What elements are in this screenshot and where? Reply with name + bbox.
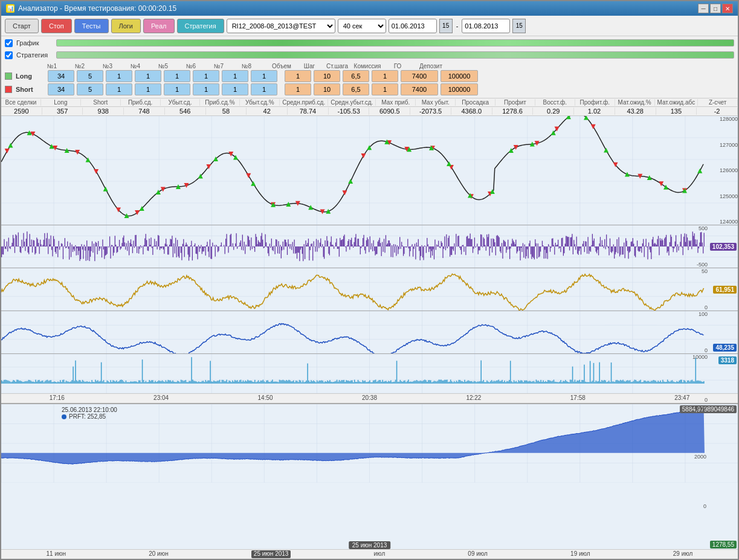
stat-header-1: Long — [41, 99, 81, 106]
time-label-1: 17:16 — [50, 394, 65, 402]
short-right-input-5[interactable] — [401, 83, 438, 95]
stat-header-4: Убыт.сд. — [161, 99, 201, 106]
strategy-check-label: Стратегия — [16, 51, 53, 59]
stat-header-11: Просадка — [456, 99, 495, 106]
long-input-7[interactable] — [222, 70, 248, 82]
chart-color-bar — [56, 39, 734, 47]
date-to-input[interactable] — [462, 19, 510, 33]
date-from-input[interactable] — [389, 19, 437, 33]
short-input-3[interactable] — [106, 83, 132, 95]
short-input-8[interactable] — [251, 83, 277, 95]
long-right-input-5[interactable] — [401, 70, 438, 82]
profit-date-3: 25 июн 2013 — [251, 550, 291, 558]
stop-button[interactable]: Стоп — [41, 19, 72, 33]
profit-current-badge: 1278,55 — [710, 541, 737, 549]
long-input-4[interactable] — [135, 70, 161, 82]
stat-header-10: Мах убыт. — [416, 99, 456, 106]
short-right-input-2[interactable] — [314, 83, 340, 95]
profit-date-tooltip: 25 июн 2013 — [349, 541, 391, 549]
checkbar: График Стратегия — [1, 36, 738, 62]
stat-header-7: Средн.приб.сд. — [280, 99, 328, 106]
time-label-3: 14:50 — [258, 394, 273, 402]
stat-value-12: 1278.6 — [492, 108, 534, 115]
charts-area: 128000 127000 126000 125000 124000 500 -… — [1, 116, 738, 559]
minimize-button[interactable]: ─ — [698, 4, 709, 13]
long-input-6[interactable] — [193, 70, 219, 82]
sub-chart1-panel: 500 -500 102,353 — [1, 225, 738, 268]
short-input-7[interactable] — [222, 83, 248, 95]
short-input-2[interactable] — [77, 83, 103, 95]
profit-top-value: 5884,97989049846 — [680, 405, 737, 413]
stat-value-6: 42 — [247, 108, 288, 115]
sub3-value-badge: 48,235 — [713, 344, 737, 352]
stat-value-5: 58 — [206, 108, 247, 115]
long-input-3[interactable] — [106, 70, 132, 82]
stat-value-3: 748 — [124, 108, 165, 115]
right-col-header: Комиссия — [352, 63, 383, 69]
stat-value-13: 0.29 — [533, 108, 574, 115]
long-input-1[interactable] — [48, 70, 74, 82]
maximize-button[interactable]: □ — [710, 4, 721, 13]
stat-header-2: Short — [81, 99, 121, 106]
right-col-header: Депозит — [412, 63, 450, 69]
long-input-5[interactable] — [164, 70, 190, 82]
date-separator: - — [455, 22, 460, 30]
short-input-1[interactable] — [48, 83, 74, 95]
long-right-input-1[interactable] — [285, 70, 311, 82]
stat-header-9: Мах приб. — [376, 99, 416, 106]
stat-value-2: 938 — [83, 108, 124, 115]
stat-value-17: -2 — [697, 108, 738, 115]
close-button[interactable]: ✕ — [722, 4, 733, 13]
chart-checkbox[interactable] — [5, 39, 13, 47]
stat-value-9: 6090.5 — [369, 108, 410, 115]
col-header-№1: №1 — [39, 63, 65, 69]
short-input-6[interactable] — [193, 83, 219, 95]
right-col-header: ГО — [384, 63, 411, 69]
logs-button[interactable]: Логи — [111, 19, 141, 33]
col-header-№8: №8 — [233, 63, 260, 69]
short-right-input-1[interactable] — [285, 83, 311, 95]
sub2-value-badge: 61,951 — [713, 286, 737, 294]
short-legend-box — [5, 86, 12, 93]
short-input-5[interactable] — [164, 83, 190, 95]
chart-check-label: График — [16, 39, 53, 47]
window-title: Анализатор - Время тестирования: 00:00:2… — [18, 4, 176, 13]
col-header-№4: №4 — [122, 63, 149, 69]
start-button[interactable]: Старт — [5, 19, 39, 33]
short-right-input-3[interactable] — [343, 83, 369, 95]
timeline-row: 17:16 23:04 14:50 20:38 12:22 17:58 23:4… — [1, 393, 738, 403]
long-input-8[interactable] — [251, 70, 277, 82]
tests-button[interactable]: Тесты — [74, 19, 109, 33]
col-header-№6: №6 — [178, 63, 204, 69]
sub-chart3-panel: 100 0 48,235 — [1, 311, 738, 354]
stat-header-15: Мат.ожид.% — [615, 99, 655, 106]
short-right-input-4[interactable] — [372, 83, 398, 95]
profit-date-5: 09 июл — [468, 550, 488, 558]
timeframe-select[interactable]: 40 сек — [338, 19, 386, 33]
time-label-6: 17:58 — [570, 394, 586, 402]
instrument-select[interactable]: RI12_2008-08_2013@TEST — [227, 19, 335, 33]
profit-chart-panel: 25.06.2013 22:10:00 PRFT: 252,85 5884,97… — [1, 404, 738, 559]
long-input-2[interactable] — [77, 70, 103, 82]
long-right-input-4[interactable] — [372, 70, 398, 82]
profit-date-6: 19 июл — [570, 550, 590, 558]
profit-date-1: 11 июн — [47, 550, 66, 558]
strategy-checkbox[interactable] — [5, 51, 13, 59]
strategy-button[interactable]: Стратегия — [177, 19, 224, 33]
long-right-input-3[interactable] — [343, 70, 369, 82]
long-right-input-2[interactable] — [314, 70, 340, 82]
short-right-input-6[interactable] — [440, 83, 478, 95]
app-icon: 📊 — [6, 4, 15, 13]
sub-chart4-panel: 10000 0 3318 17:16 23:04 14:50 20:38 12:… — [1, 354, 738, 404]
short-input-4[interactable] — [135, 83, 161, 95]
stat-header-13: Восст.ф. — [535, 99, 575, 106]
long-right-input-6[interactable] — [440, 70, 478, 82]
profit-date-4: июл — [374, 550, 386, 558]
real-button[interactable]: Реал — [143, 19, 175, 33]
profit-max-value: 5884,97989049846 — [680, 405, 737, 413]
sub-chart2-panel: 50 0 61,951 — [1, 268, 738, 311]
date-from-calendar-button[interactable]: 15 — [439, 19, 453, 33]
date-to-calendar-button[interactable]: 15 — [512, 19, 526, 33]
long-legend-box — [5, 72, 12, 80]
col-header-№2: №2 — [66, 63, 93, 69]
